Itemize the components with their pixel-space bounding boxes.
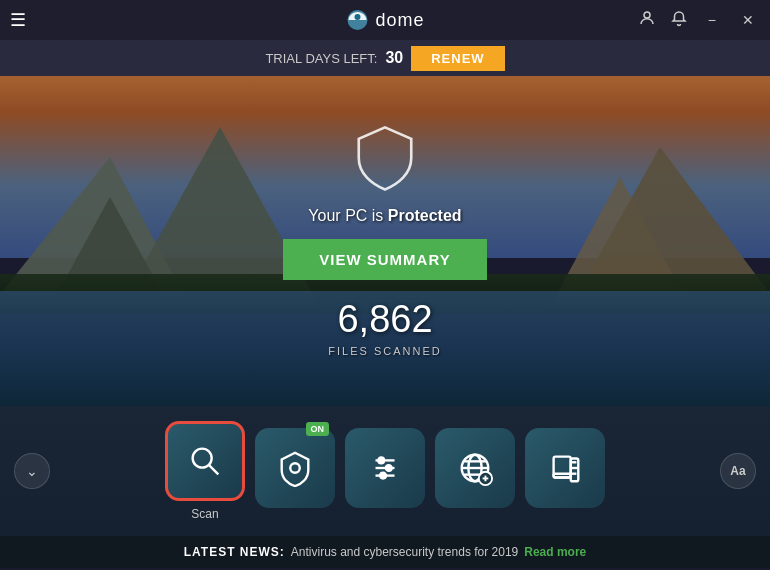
files-scanned-number: 6,862 (328, 298, 441, 341)
hero-section: Your PC is Protected VIEW SUMMARY 6,862 … (0, 76, 770, 406)
svg-point-3 (193, 449, 212, 468)
news-text: Antivirus and cybersecurity trends for 2… (291, 545, 518, 559)
renew-button[interactable]: RENEW (411, 46, 504, 71)
font-size-button[interactable]: Aa (720, 453, 756, 489)
vpn-icon-box[interactable] (435, 428, 515, 508)
titlebar-left: ☰ (10, 9, 26, 31)
tuneup-sliders-icon (366, 449, 404, 487)
shield-icon (350, 123, 420, 193)
antivirus-shield-icon (276, 449, 314, 487)
vpn-tool-item[interactable] (435, 428, 515, 514)
tuneup-tool-item[interactable] (345, 428, 425, 514)
antivirus-tool-item[interactable]: ON (255, 428, 335, 514)
backup-tool-item[interactable] (525, 428, 605, 514)
svg-point-9 (378, 458, 384, 464)
hero-content: Your PC is Protected VIEW SUMMARY 6,862 … (283, 123, 486, 359)
account-icon[interactable] (638, 9, 656, 31)
antivirus-icon-box[interactable]: ON (255, 428, 335, 508)
minimize-button[interactable]: − (702, 10, 722, 30)
logo-area: dome (345, 8, 424, 32)
protection-text: Your PC is Protected (308, 207, 461, 225)
svg-rect-21 (554, 474, 571, 478)
files-scanned-section: 6,862 FILES SCANNED (328, 298, 441, 359)
scan-search-icon (186, 442, 224, 480)
trial-label: TRIAL DAYS LEFT: (265, 51, 377, 66)
bell-icon[interactable] (670, 9, 688, 31)
news-read-more-link[interactable]: Read more (524, 545, 586, 559)
news-bar: LATEST NEWS: Antivirus and cybersecurity… (0, 536, 770, 568)
backup-icon-box[interactable] (525, 428, 605, 508)
svg-point-10 (386, 465, 392, 471)
scan-label: Scan (191, 507, 218, 521)
svg-point-5 (290, 463, 300, 473)
trial-days-count: 30 (385, 49, 403, 67)
svg-point-2 (644, 12, 650, 18)
toolbar-items: Scan ON (50, 421, 720, 521)
svg-line-4 (209, 465, 219, 475)
bottom-toolbar: ⌄ Scan ON (0, 406, 770, 536)
font-size-label: Aa (730, 464, 745, 478)
files-scanned-label: FILES SCANNED (328, 345, 441, 357)
vpn-globe-icon (456, 449, 494, 487)
collapse-button[interactable]: ⌄ (14, 453, 50, 489)
logo-text: dome (375, 10, 424, 31)
tuneup-icon-box[interactable] (345, 428, 425, 508)
dome-logo-icon (345, 8, 369, 32)
titlebar-right: − ✕ (638, 9, 760, 31)
svg-point-11 (380, 473, 386, 479)
backup-device-icon (546, 449, 584, 487)
close-button[interactable]: ✕ (736, 10, 760, 30)
scan-icon-box[interactable] (165, 421, 245, 501)
titlebar: ☰ dome − ✕ (0, 0, 770, 40)
trial-bar: TRIAL DAYS LEFT: 30 RENEW (0, 40, 770, 76)
news-label: LATEST NEWS: (184, 545, 285, 559)
view-summary-button[interactable]: VIEW SUMMARY (283, 239, 486, 280)
svg-point-1 (354, 14, 360, 20)
hamburger-menu[interactable]: ☰ (10, 9, 26, 31)
on-badge: ON (306, 422, 330, 436)
scan-tool-item[interactable]: Scan (165, 421, 245, 521)
